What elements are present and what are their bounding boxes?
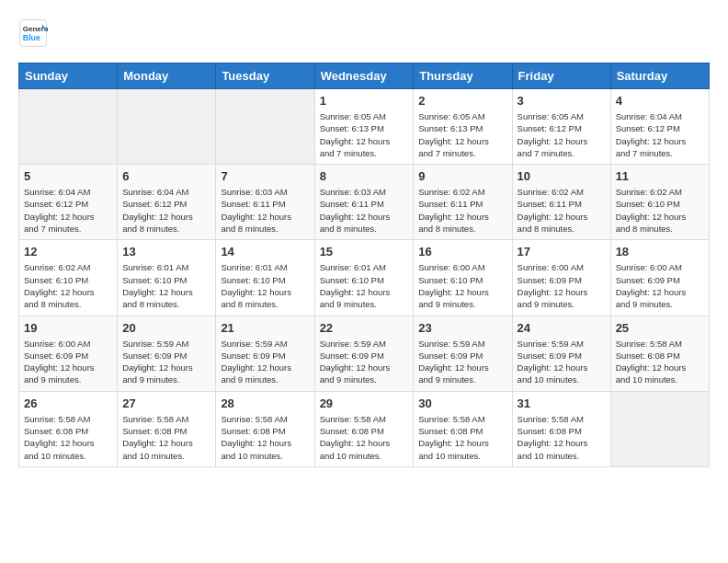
calendar-cell: 13Sunrise: 6:01 AM Sunset: 6:10 PM Dayli… [118,240,216,316]
day-info: Sunrise: 6:03 AM Sunset: 6:11 PM Dayligh… [221,186,309,235]
day-number: 21 [221,321,309,335]
day-number: 15 [320,245,409,259]
day-info: Sunrise: 6:05 AM Sunset: 6:13 PM Dayligh… [418,110,506,159]
calendar-cell: 28Sunrise: 5:58 AM Sunset: 6:08 PM Dayli… [216,391,314,466]
day-number: 23 [418,321,506,335]
calendar-cell: 17Sunrise: 6:00 AM Sunset: 6:09 PM Dayli… [512,240,610,316]
logo-icon: General Blue [18,18,48,48]
day-number: 12 [24,245,112,259]
calendar-cell: 12Sunrise: 6:02 AM Sunset: 6:10 PM Dayli… [19,240,118,316]
page-header: General Blue [18,18,710,48]
calendar-cell [216,89,314,165]
day-number: 31 [518,396,606,410]
day-number: 13 [122,245,210,259]
calendar-cell: 27Sunrise: 5:58 AM Sunset: 6:08 PM Dayli… [118,391,216,466]
day-info: Sunrise: 5:59 AM Sunset: 6:09 PM Dayligh… [221,338,309,386]
day-info: Sunrise: 6:01 AM Sunset: 6:10 PM Dayligh… [320,261,409,310]
day-number: 1 [320,94,409,108]
day-info: Sunrise: 5:59 AM Sunset: 6:09 PM Dayligh… [418,338,506,386]
day-info: Sunrise: 5:58 AM Sunset: 6:08 PM Dayligh… [518,413,606,462]
calendar-cell: 24Sunrise: 5:59 AM Sunset: 6:09 PM Dayli… [512,316,610,391]
day-info: Sunrise: 6:00 AM Sunset: 6:09 PM Dayligh… [518,261,606,310]
calendar-cell: 5Sunrise: 6:04 AM Sunset: 6:12 PM Daylig… [19,165,118,240]
day-info: Sunrise: 5:58 AM Sunset: 6:08 PM Dayligh… [320,413,409,462]
calendar-cell: 22Sunrise: 5:59 AM Sunset: 6:09 PM Dayli… [314,316,414,391]
weekday-header-friday: Friday [512,63,610,89]
day-number: 3 [518,94,606,108]
calendar-cell: 18Sunrise: 6:00 AM Sunset: 6:09 PM Dayli… [610,240,709,316]
calendar-cell: 31Sunrise: 5:58 AM Sunset: 6:08 PM Dayli… [512,391,610,466]
day-number: 5 [24,169,112,183]
calendar-cell [118,89,216,165]
day-info: Sunrise: 6:04 AM Sunset: 6:12 PM Dayligh… [616,110,704,159]
day-info: Sunrise: 6:02 AM Sunset: 6:10 PM Dayligh… [616,186,704,235]
day-info: Sunrise: 5:59 AM Sunset: 6:09 PM Dayligh… [518,338,606,386]
calendar-cell: 19Sunrise: 6:00 AM Sunset: 6:09 PM Dayli… [19,316,118,391]
day-info: Sunrise: 6:00 AM Sunset: 6:10 PM Dayligh… [418,261,506,310]
calendar-cell: 23Sunrise: 5:59 AM Sunset: 6:09 PM Dayli… [414,316,512,391]
day-number: 24 [518,321,606,335]
day-number: 11 [616,169,704,183]
day-info: Sunrise: 5:59 AM Sunset: 6:09 PM Dayligh… [122,338,210,386]
weekday-header-sunday: Sunday [19,63,118,89]
day-info: Sunrise: 5:58 AM Sunset: 6:08 PM Dayligh… [616,338,704,386]
calendar-cell: 14Sunrise: 6:01 AM Sunset: 6:10 PM Dayli… [216,240,314,316]
day-info: Sunrise: 6:03 AM Sunset: 6:11 PM Dayligh… [320,186,409,235]
calendar-cell: 6Sunrise: 6:04 AM Sunset: 6:12 PM Daylig… [118,165,216,240]
day-number: 25 [616,321,704,335]
day-info: Sunrise: 6:05 AM Sunset: 6:12 PM Dayligh… [518,110,606,159]
logo: General Blue [18,18,51,48]
day-number: 2 [418,94,506,108]
day-info: Sunrise: 5:58 AM Sunset: 6:08 PM Dayligh… [24,413,112,462]
calendar-cell: 26Sunrise: 5:58 AM Sunset: 6:08 PM Dayli… [19,391,118,466]
day-info: Sunrise: 6:05 AM Sunset: 6:13 PM Dayligh… [320,110,409,159]
day-info: Sunrise: 6:00 AM Sunset: 6:09 PM Dayligh… [616,261,704,310]
day-info: Sunrise: 6:02 AM Sunset: 6:11 PM Dayligh… [518,186,606,235]
calendar-week-row: 19Sunrise: 6:00 AM Sunset: 6:09 PM Dayli… [19,316,710,391]
day-number: 8 [320,169,409,183]
day-number: 26 [24,396,112,410]
calendar-table: SundayMondayTuesdayWednesdayThursdayFrid… [18,63,710,467]
day-info: Sunrise: 6:01 AM Sunset: 6:10 PM Dayligh… [122,261,210,310]
calendar-cell: 20Sunrise: 5:59 AM Sunset: 6:09 PM Dayli… [118,316,216,391]
day-number: 14 [221,245,309,259]
day-number: 17 [518,245,606,259]
weekday-header-monday: Monday [118,63,216,89]
day-info: Sunrise: 5:58 AM Sunset: 6:08 PM Dayligh… [221,413,309,462]
day-info: Sunrise: 6:04 AM Sunset: 6:12 PM Dayligh… [24,186,112,235]
day-info: Sunrise: 5:58 AM Sunset: 6:08 PM Dayligh… [122,413,210,462]
day-number: 4 [616,94,704,108]
calendar-week-row: 1Sunrise: 6:05 AM Sunset: 6:13 PM Daylig… [19,89,710,165]
svg-text:Blue: Blue [23,33,40,42]
day-number: 19 [24,321,112,335]
day-number: 29 [320,396,409,410]
calendar-cell: 10Sunrise: 6:02 AM Sunset: 6:11 PM Dayli… [512,165,610,240]
day-number: 18 [616,245,704,259]
calendar-cell: 9Sunrise: 6:02 AM Sunset: 6:11 PM Daylig… [414,165,512,240]
day-number: 20 [122,321,210,335]
weekday-header-thursday: Thursday [414,63,512,89]
day-number: 7 [221,169,309,183]
calendar-cell [610,391,709,466]
day-number: 22 [320,321,409,335]
calendar-week-row: 26Sunrise: 5:58 AM Sunset: 6:08 PM Dayli… [19,391,710,466]
calendar-header-row: SundayMondayTuesdayWednesdayThursdayFrid… [19,63,710,89]
calendar-cell: 3Sunrise: 6:05 AM Sunset: 6:12 PM Daylig… [512,89,610,165]
calendar-cell: 30Sunrise: 5:58 AM Sunset: 6:08 PM Dayli… [414,391,512,466]
calendar-cell: 11Sunrise: 6:02 AM Sunset: 6:10 PM Dayli… [610,165,709,240]
calendar-cell: 7Sunrise: 6:03 AM Sunset: 6:11 PM Daylig… [216,165,314,240]
day-info: Sunrise: 6:01 AM Sunset: 6:10 PM Dayligh… [221,261,309,310]
calendar-cell: 21Sunrise: 5:59 AM Sunset: 6:09 PM Dayli… [216,316,314,391]
calendar-week-row: 5Sunrise: 6:04 AM Sunset: 6:12 PM Daylig… [19,165,710,240]
day-number: 10 [518,169,606,183]
calendar-cell [19,89,118,165]
day-info: Sunrise: 5:59 AM Sunset: 6:09 PM Dayligh… [320,338,409,386]
calendar-cell: 16Sunrise: 6:00 AM Sunset: 6:10 PM Dayli… [414,240,512,316]
day-number: 30 [418,396,506,410]
calendar-cell: 2Sunrise: 6:05 AM Sunset: 6:13 PM Daylig… [414,89,512,165]
day-info: Sunrise: 5:58 AM Sunset: 6:08 PM Dayligh… [418,413,506,462]
day-number: 16 [418,245,506,259]
day-info: Sunrise: 6:00 AM Sunset: 6:09 PM Dayligh… [24,338,112,386]
day-info: Sunrise: 6:02 AM Sunset: 6:10 PM Dayligh… [24,261,112,310]
day-info: Sunrise: 6:02 AM Sunset: 6:11 PM Dayligh… [418,186,506,235]
